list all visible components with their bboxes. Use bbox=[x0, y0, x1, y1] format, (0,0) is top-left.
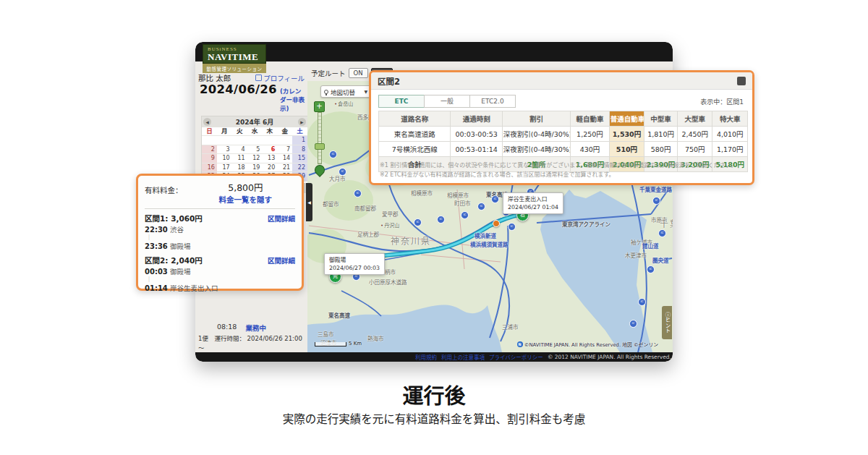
toll-cell: 1,810円 bbox=[644, 127, 678, 142]
calendar-day-cell[interactable]: 19 bbox=[247, 163, 263, 172]
map-label: 愛甲郡 bbox=[382, 210, 399, 218]
calendar-day-cell[interactable]: 17 bbox=[217, 163, 232, 172]
toll-cell: 580円 bbox=[644, 142, 678, 157]
toll-cell: 00:53-01:14 bbox=[451, 142, 502, 157]
table-row: 7号横浜北西線00:53-01:14深夜割引(0-4時/30%)430円510円… bbox=[379, 142, 748, 157]
map-layer-button[interactable]: 地図切替 ▼ bbox=[320, 85, 371, 98]
calendar-day-cell[interactable]: 9 bbox=[202, 153, 217, 163]
fee-connector: ｜ bbox=[146, 277, 295, 282]
calendar-day-cell bbox=[277, 135, 292, 145]
fee-panel: 有料料金： 5,800円 料金一覧を隠す 区間1: 3,060円区間詳細22:3… bbox=[136, 174, 304, 291]
toll-cell: 4,010円 bbox=[712, 127, 748, 142]
page: BUSiNESS NAVITIME 動態管理ソリューション 那比 太郎 プロフィ… bbox=[0, 0, 868, 455]
status-link[interactable]: 業務中 bbox=[245, 323, 266, 333]
next-month-button[interactable]: ▶ bbox=[298, 118, 306, 126]
calendar-day-cell[interactable]: 21 bbox=[277, 163, 292, 172]
calendar-day-cell[interactable]: 13 bbox=[262, 153, 277, 163]
footer-link[interactable]: プライバシーポリシー bbox=[489, 353, 543, 361]
logo-tagline: 動態管理ソリューション bbox=[203, 64, 266, 73]
profile-icon bbox=[255, 75, 262, 81]
calendar-day-cell[interactable]: 2 bbox=[202, 145, 217, 154]
map-label: 丹沢山 bbox=[380, 221, 399, 229]
ic-icon: IC bbox=[461, 211, 469, 219]
zoom-track[interactable] bbox=[318, 112, 322, 164]
sidebar-collapse-handle[interactable]: ◀ bbox=[306, 183, 312, 221]
calendar-day-cell bbox=[232, 135, 247, 145]
toll-cell: 2,450円 bbox=[678, 127, 712, 142]
toll-tab-一般[interactable]: 一般 bbox=[424, 95, 470, 108]
map-label: 横浜新道 bbox=[475, 231, 496, 239]
footer-link[interactable]: 利用上の注意事項 bbox=[441, 353, 485, 361]
calendar-day-header: 火 bbox=[232, 127, 247, 135]
map-scalebar: 5 Km bbox=[315, 341, 362, 346]
prev-month-button[interactable]: ◀ bbox=[203, 118, 211, 126]
ic-icon: IC bbox=[658, 229, 666, 237]
calendar-day-cell bbox=[247, 135, 263, 145]
calendar-day-cell[interactable]: 12 bbox=[247, 153, 263, 163]
map-label: 東名高速 bbox=[328, 311, 350, 319]
zoom-in-button[interactable]: + bbox=[314, 101, 325, 112]
calendar-day-cell[interactable]: 6 bbox=[262, 145, 277, 154]
table-row: 東名高速道路00:03-00:53深夜割引(0-4時/30%)1,250円1,5… bbox=[379, 127, 748, 142]
calendar-day-header: 水 bbox=[247, 127, 263, 135]
footer-link[interactable]: 利用規約 bbox=[415, 353, 437, 361]
calendar-day-headers: 日月火水木金土 bbox=[202, 127, 307, 135]
section-panel-title: 区間2 bbox=[378, 75, 400, 87]
calendar-day-cell[interactable]: 14 bbox=[277, 153, 292, 163]
calendar-day-cell[interactable]: 22 bbox=[292, 163, 307, 172]
calendar-day-cell[interactable]: 1 bbox=[292, 135, 307, 145]
toll-tab-ETC[interactable]: ETC bbox=[378, 95, 425, 108]
calendar-day-cell bbox=[262, 135, 277, 145]
calendar-day-cell[interactable]: 16 bbox=[202, 163, 217, 172]
toll-cell: 1,530円 bbox=[609, 127, 644, 142]
toll-tab-ETC2.0[interactable]: ETC2.0 bbox=[469, 95, 516, 108]
fee-section-title: 区間1: 3,060円 bbox=[145, 213, 203, 224]
ic-icon: IC bbox=[477, 203, 485, 211]
calendar-day-cell[interactable]: 4 bbox=[232, 145, 247, 154]
calendar-day-cell bbox=[202, 135, 217, 145]
status-time: 08:18 bbox=[217, 323, 237, 333]
toll-col-header: 普通自動車 bbox=[609, 111, 644, 127]
chevron-down-icon: ▼ bbox=[364, 89, 367, 94]
section-detail-link[interactable]: 区間詳細 bbox=[268, 255, 295, 265]
map-label: 相模原市 bbox=[411, 189, 433, 197]
calendar-day-cell[interactable]: 15 bbox=[292, 153, 307, 163]
calendar-day-cell[interactable]: 18 bbox=[232, 163, 247, 172]
arrival-tooltip: 岸谷生麦出入口 2024/06/27 01:04 bbox=[503, 192, 563, 214]
app-logo: BUSiNESS NAVITIME 動態管理ソリューション bbox=[203, 44, 266, 73]
waypoint-marker[interactable] bbox=[493, 220, 500, 227]
section-detail-link[interactable]: 区間詳細 bbox=[268, 213, 295, 224]
map-label: 倉岳山 bbox=[334, 100, 353, 107]
toll-notes: ※1 割引情報の適用には、個々の状況や条件に応じて異なる場合がございます。最新の… bbox=[380, 161, 745, 179]
profile-link[interactable]: プロフィール bbox=[255, 73, 305, 83]
calendar-month-label: 2024年 6月 bbox=[236, 117, 273, 127]
calendar-day-header: 月 bbox=[217, 127, 232, 135]
route-on-button[interactable]: ON bbox=[349, 68, 368, 78]
map-label: 小田原厚木道路 bbox=[369, 278, 407, 286]
map-label: 熱海市 bbox=[367, 334, 384, 342]
zoom-handle[interactable] bbox=[315, 143, 325, 150]
toll-cell: 深夜割引(0-4時/30%) bbox=[502, 142, 570, 157]
panel-window-button[interactable] bbox=[737, 77, 746, 85]
toll-cell: 510円 bbox=[609, 142, 644, 157]
hint-tab[interactable]: ⓘヒント bbox=[662, 306, 672, 339]
chevron-left-icon: ◀ bbox=[307, 200, 311, 205]
fee-total: 5,800円 bbox=[196, 180, 295, 194]
calendar-day-cell[interactable]: 7 bbox=[277, 145, 292, 154]
toll-col-header: 中型車 bbox=[644, 111, 678, 127]
info-icon: ⓘ bbox=[664, 312, 671, 318]
toll-col-header: 大型車 bbox=[678, 111, 712, 127]
map-label: 千葉 bbox=[660, 217, 673, 229]
calendar-toggle-link[interactable]: (カレンダー非表示) bbox=[280, 86, 306, 112]
map-label: 相模原市 bbox=[447, 191, 469, 199]
calendar-day-cell[interactable]: 11 bbox=[232, 153, 247, 163]
calendar-day-cell[interactable]: 3 bbox=[217, 145, 232, 154]
hide-fee-list-link[interactable]: 料金一覧を隠す bbox=[196, 194, 295, 205]
calendar-day-cell[interactable]: 8 bbox=[292, 145, 307, 154]
calendar-day-cell[interactable]: 20 bbox=[262, 163, 277, 172]
toll-cell: 00:03-00:53 bbox=[451, 127, 502, 142]
calendar-day-cell[interactable]: 5 bbox=[247, 145, 263, 154]
ic-icon: IC bbox=[414, 218, 422, 226]
calendar-day-cell[interactable]: 10 bbox=[217, 153, 232, 163]
map-label: 南都留郡 bbox=[354, 204, 376, 212]
